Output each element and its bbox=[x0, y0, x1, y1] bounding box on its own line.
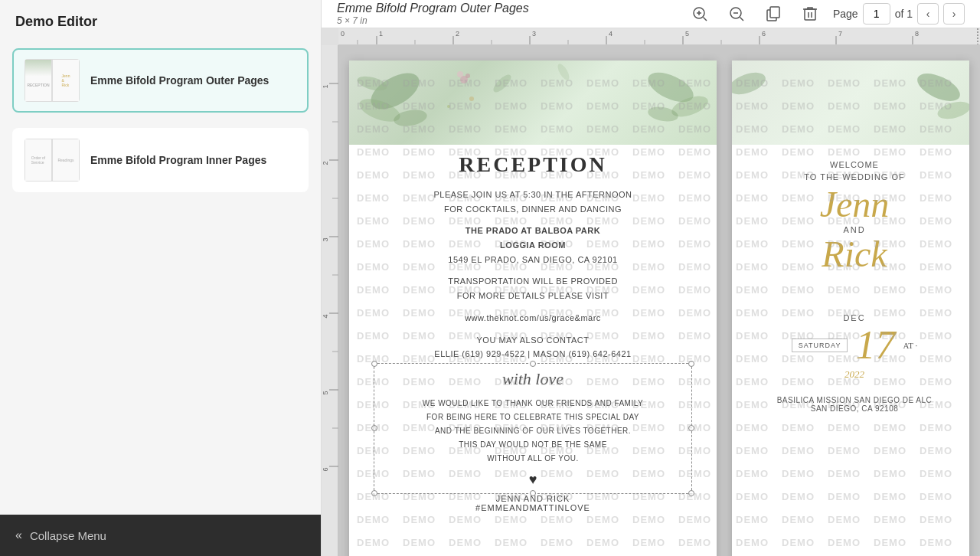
copy-button[interactable] bbox=[760, 0, 787, 28]
right-page-wrapper: DEMO DEMO DEMO DEMO DEMO DEMO DEMO DEMO … bbox=[732, 61, 969, 556]
date-number: 17 bbox=[855, 325, 895, 365]
page-of-label: of 1 bbox=[895, 8, 913, 20]
month-label: DEC bbox=[755, 313, 954, 322]
collapse-menu-button[interactable]: « Collapse Menu bbox=[0, 515, 321, 556]
handle-tr bbox=[688, 361, 694, 367]
signature-names: JENN AND RICK #EMMEANDMATTINLOVE bbox=[380, 494, 686, 512]
sidebar-card-inner[interactable]: Order ofService Readings Emme Bifold Pro… bbox=[12, 128, 309, 192]
thank-you-line4: THIS DAY WOULD NOT BE THE SAME bbox=[380, 438, 686, 452]
svg-text:7: 7 bbox=[838, 30, 842, 38]
thank-you-line3: AND THE BEGINNING OF OUR LIVES TOGETHER. bbox=[380, 424, 686, 438]
join-line1: PLEASE JOIN US AT 5:30 IN THE AFTERNOON bbox=[380, 188, 686, 202]
thank-you-body: WE WOULD LIKE TO THANK OUR FRIENDS AND F… bbox=[380, 397, 686, 466]
sidebar: Demo Editor RECEPTION Jenn&Rick Emme Bif… bbox=[0, 0, 322, 556]
year-label: 2022 bbox=[755, 368, 954, 381]
svg-text:0: 0 bbox=[341, 30, 345, 38]
sidebar-card-outer-label: Emme Bifold Program Outer Pages bbox=[90, 74, 269, 87]
svg-text:5: 5 bbox=[685, 30, 689, 38]
right-page-content: WELCOME TO THE WEDDING OF Jenn AND Rick … bbox=[732, 61, 969, 428]
groom-name: Rick bbox=[755, 234, 954, 275]
v-ruler-ticks: 1 2 3 4 5 6 bbox=[322, 45, 338, 556]
doc-size: 5 × 7 in bbox=[337, 15, 677, 26]
left-page-wrapper: DEMO DEMO DEMO DEMO DEMO DEMO DEMO DEMO … bbox=[349, 61, 717, 556]
svg-rect-8 bbox=[770, 7, 779, 18]
svg-text:3: 3 bbox=[322, 237, 329, 241]
left-print-page[interactable]: DEMO DEMO DEMO DEMO DEMO DEMO DEMO DEMO … bbox=[349, 61, 717, 556]
contact-info: ELLIE (619) 929-4522 | MASON (619) 642-6… bbox=[380, 347, 686, 361]
right-print-page[interactable]: DEMO DEMO DEMO DEMO DEMO DEMO DEMO DEMO … bbox=[732, 61, 969, 556]
thank-you-line1: WE WOULD LIKE TO THANK OUR FRIENDS AND F… bbox=[380, 397, 686, 410]
heart-symbol: ♥ bbox=[380, 472, 686, 488]
svg-text:2: 2 bbox=[322, 161, 329, 165]
transport-line1: TRANSPORTATION WILL BE PROVIDED bbox=[380, 274, 686, 289]
sidebar-card-outer[interactable]: RECEPTION Jenn&Rick Emme Bifold Program … bbox=[12, 48, 309, 113]
svg-text:1: 1 bbox=[379, 30, 383, 38]
join-us-section: PLEASE JOIN US AT 5:30 IN THE AFTERNOON … bbox=[380, 188, 686, 216]
sidebar-card-inner-label: Emme Bifold Program Inner Pages bbox=[90, 154, 266, 166]
handle-mr bbox=[688, 425, 694, 431]
canvas-with-ruler: 1 2 3 4 5 6 7 8 bbox=[322, 28, 980, 556]
thank-you-line5: WITHOUT ALL OF YOU. bbox=[380, 452, 686, 466]
venue-line: BASILICA MISSION SAN DIEGO DE ALC bbox=[755, 396, 954, 404]
svg-rect-9 bbox=[805, 9, 815, 20]
transport-line2: FOR MORE DETAILS PLEASE VISIT bbox=[380, 289, 686, 303]
venue-name-right: BASILICA MISSION SAN DIEGO DE ALC SAN DI… bbox=[755, 396, 954, 413]
handle-tc bbox=[530, 361, 536, 367]
website-url: www.theknot.com/us/grace&marc bbox=[380, 311, 686, 325]
date-section: DEC SATURDAY 17 AT · 2022 bbox=[755, 313, 954, 381]
handle-bl bbox=[371, 490, 377, 496]
sidebar-thumb-inner: Order ofService Readings bbox=[24, 139, 80, 182]
bride-name: Jenn bbox=[755, 185, 954, 225]
svg-text:1: 1 bbox=[322, 84, 329, 88]
reception-body: PLEASE JOIN US AT 5:30 IN THE AFTERNOON … bbox=[380, 188, 686, 361]
page-input[interactable] bbox=[863, 3, 890, 25]
page-nav: Page of 1 ‹ › bbox=[833, 3, 965, 25]
handle-br bbox=[688, 490, 694, 496]
svg-text:6: 6 bbox=[762, 30, 766, 38]
canvas-inner: DEMO DEMO DEMO DEMO DEMO DEMO DEMO DEMO … bbox=[338, 45, 980, 556]
svg-text:5: 5 bbox=[322, 391, 329, 394]
h-ruler-ticks: 1 2 3 4 5 6 7 8 bbox=[338, 28, 980, 44]
signature-name: JENN AND RICK bbox=[380, 494, 686, 503]
handle-ml bbox=[371, 425, 377, 431]
welcome-line2: TO THE WEDDING OF bbox=[755, 172, 954, 182]
page-label: Page bbox=[833, 8, 858, 20]
sidebar-thumb-outer: RECEPTION Jenn&Rick bbox=[24, 59, 80, 102]
contact-intro: YOU MAY ALSO CONTACT bbox=[380, 333, 686, 348]
hashtag: #EMMEANDMATTINLOVE bbox=[380, 503, 686, 512]
website-section: www.theknot.com/us/grace&marc bbox=[380, 311, 686, 325]
doc-info: Emme Bifold Program Outer Pages 5 × 7 in bbox=[337, 2, 677, 26]
svg-line-6 bbox=[740, 18, 743, 21]
collapse-icon: « bbox=[15, 528, 22, 542]
day-label: SATURDAY bbox=[792, 339, 848, 352]
venue-section: THE PRADO AT BALBOA PARK LOGGIA ROOM 154… bbox=[380, 224, 686, 267]
zoom-out-icon bbox=[728, 5, 745, 22]
welcome-line1: WELCOME bbox=[755, 160, 954, 169]
reception-title: RECEPTION bbox=[380, 152, 686, 177]
and-text: AND bbox=[755, 225, 954, 234]
copy-icon bbox=[765, 5, 782, 22]
svg-text:3: 3 bbox=[532, 30, 536, 38]
collapse-label: Collapse Menu bbox=[30, 529, 106, 542]
thank-you-line2: FOR BEING HERE TO CELEBRATE THIS SPECIAL… bbox=[380, 410, 686, 424]
vertical-ruler: 1 2 3 4 5 6 bbox=[322, 45, 338, 556]
selection-wrapper: with love WE WOULD LIKE TO THANK OUR FRI… bbox=[380, 369, 686, 488]
at-label: AT · bbox=[903, 341, 917, 350]
doc-title: Emme Bifold Program Outer Pages bbox=[337, 2, 677, 15]
next-page-button[interactable]: › bbox=[943, 3, 965, 25]
zoom-out-button[interactable] bbox=[723, 0, 750, 28]
prev-page-button[interactable]: ‹ bbox=[917, 3, 939, 25]
date-row: SATURDAY 17 AT · bbox=[755, 325, 954, 365]
zoom-in-button[interactable] bbox=[686, 0, 714, 28]
main-editor: Emme Bifold Program Outer Pages 5 × 7 in bbox=[322, 0, 980, 556]
svg-text:2: 2 bbox=[456, 30, 459, 38]
contact-section: YOU MAY ALSO CONTACT ELLIE (619) 929-452… bbox=[380, 333, 686, 361]
horizontal-ruler: 1 2 3 4 5 6 7 8 bbox=[338, 28, 980, 45]
delete-button[interactable] bbox=[796, 0, 824, 28]
toolbar: Emme Bifold Program Outer Pages 5 × 7 in bbox=[322, 0, 980, 28]
canvas-row: 1 2 3 4 5 6 bbox=[322, 45, 980, 556]
venue-name: THE PRADO AT BALBOA PARK bbox=[380, 224, 686, 238]
transport-section: TRANSPORTATION WILL BE PROVIDED FOR MORE… bbox=[380, 274, 686, 303]
svg-text:4: 4 bbox=[322, 314, 329, 318]
svg-text:4: 4 bbox=[609, 30, 612, 38]
